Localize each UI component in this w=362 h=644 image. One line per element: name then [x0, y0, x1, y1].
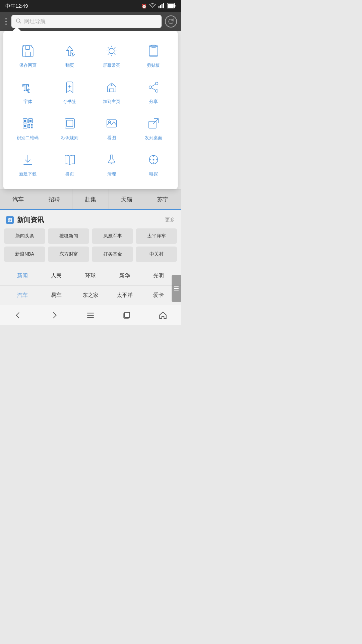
home-button[interactable] [145, 305, 181, 325]
menu-item-clean[interactable]: 清理 [90, 146, 132, 182]
menu-label-ad-rule: 标识规则 [61, 135, 78, 141]
menu-dots-button[interactable] [4, 17, 8, 26]
qrcode-icon [20, 115, 36, 131]
category-tab-4[interactable]: 苏宁 [145, 190, 181, 209]
battery-icon [167, 3, 176, 9]
menu-item-to-desktop[interactable]: 发到桌面 [132, 110, 174, 146]
dropdown-menu-panel: 保存网页 翻页 屏幕常亮 剪贴板 T t [3, 31, 178, 189]
news-button-7[interactable]: 中关村 [136, 247, 177, 262]
svg-point-39 [155, 90, 158, 92]
menu-label-clean: 清理 [107, 171, 116, 177]
news-button-5[interactable]: 东方财富 [48, 247, 89, 262]
svg-line-41 [152, 88, 155, 90]
status-bar: 中午12:49 ⏰ [0, 0, 181, 12]
forward-button[interactable] [36, 305, 72, 325]
menu-item-sniff[interactable]: 嗅探 [132, 146, 174, 182]
link-item-0-1[interactable]: 人民 [40, 270, 74, 281]
svg-rect-4 [163, 3, 164, 8]
link-item-1-4[interactable]: 爱卡 [141, 290, 176, 301]
link-item-0-4[interactable]: 光明 [141, 270, 176, 281]
link-item-0-0[interactable]: 新闻 [5, 270, 40, 281]
svg-rect-50 [28, 127, 30, 128]
back-button[interactable] [0, 305, 36, 325]
svg-line-21 [108, 47, 109, 49]
status-icons: ⏰ [141, 3, 176, 10]
menu-label-clipboard: 剪贴板 [147, 62, 160, 68]
menu-item-bookmark[interactable]: 存书签 [49, 74, 90, 110]
news-more-link[interactable]: 更多 [165, 217, 175, 223]
status-time: 中午12:49 [5, 3, 28, 9]
news-button-0[interactable]: 新闻头条 [4, 228, 45, 244]
menu-label-view-image: 看图 [107, 135, 116, 141]
download-icon [20, 152, 36, 168]
svg-line-40 [152, 84, 155, 86]
svg-rect-34 [109, 89, 114, 92]
news-header: 图 新闻资讯 更多 [0, 210, 181, 228]
svg-rect-53 [66, 120, 73, 127]
svg-rect-56 [148, 121, 156, 128]
menu-item-new-download[interactable]: 新建下载 [7, 146, 49, 182]
svg-rect-1 [159, 6, 160, 8]
menu-label-screen-on: 屏幕常亮 [103, 62, 120, 68]
svg-rect-25 [149, 47, 158, 56]
category-tab-1[interactable]: 招聘 [36, 190, 72, 209]
svg-point-16 [109, 48, 114, 54]
svg-rect-11 [25, 52, 31, 56]
bottom-nav [0, 305, 181, 325]
news-button-4[interactable]: 新浪NBA [4, 247, 45, 262]
menu-label-qrcode: 识别二维码 [17, 135, 39, 141]
scroll-indicator[interactable] [172, 275, 181, 302]
menu-item-flip-page[interactable]: 翻页 [49, 38, 90, 74]
menu-item-save-page[interactable]: 保存网页 [7, 38, 49, 74]
news-section-icon: 图 [6, 216, 14, 224]
menu-item-qrcode[interactable]: 识别二维码 [7, 110, 49, 146]
sun-icon [104, 43, 120, 59]
link-item-1-3[interactable]: 太平洋 [108, 290, 142, 301]
news-button-3[interactable]: 太平洋车 [136, 228, 177, 244]
clipboard-icon [145, 43, 162, 59]
svg-rect-46 [29, 120, 31, 122]
category-tab-2[interactable]: 赶集 [72, 190, 109, 209]
svg-line-24 [108, 53, 109, 55]
news-button-6[interactable]: 好买基金 [92, 247, 133, 262]
svg-rect-3 [162, 4, 163, 8]
search-box[interactable]: 网址导航 [11, 15, 162, 28]
ad-rule-icon [62, 115, 78, 131]
alarm-icon: ⏰ [141, 4, 147, 9]
category-tab-3[interactable]: 天猫 [109, 190, 145, 209]
menu-label-add-home: 加到主页 [103, 99, 120, 105]
menu-item-font[interactable]: T t 字体 [7, 74, 49, 110]
svg-rect-45 [24, 120, 26, 122]
link-item-0-3[interactable]: 新华 [108, 270, 142, 281]
svg-rect-47 [24, 125, 26, 127]
news-button-1[interactable]: 搜狐新闻 [48, 228, 89, 244]
link-item-1-2[interactable]: 东之家 [73, 290, 108, 301]
reload-button[interactable] [165, 15, 177, 28]
wifi-icon [149, 3, 156, 10]
font-icon: T t [20, 79, 36, 95]
svg-line-9 [19, 22, 21, 23]
tabs-button[interactable] [109, 305, 145, 325]
menu-item-view-image[interactable]: 看图 [90, 110, 132, 146]
svg-point-32 [69, 87, 70, 87]
menu-item-combine-page[interactable]: 拼页 [49, 146, 90, 182]
menu-button[interactable] [72, 305, 109, 325]
category-tab-0[interactable]: 汽车 [0, 190, 36, 209]
menu-item-screen-on[interactable]: 屏幕常亮 [90, 38, 132, 74]
svg-point-8 [16, 19, 20, 22]
menu-item-ad-rule[interactable]: 标识规则 [49, 110, 90, 146]
menu-item-share[interactable]: 分享 [132, 74, 174, 110]
svg-line-23 [114, 47, 115, 49]
link-item-1-0[interactable]: 汽车 [5, 290, 40, 301]
link-item-0-2[interactable]: 环球 [73, 270, 108, 281]
svg-rect-48 [28, 124, 30, 126]
svg-rect-49 [31, 124, 33, 126]
menu-item-clipboard[interactable]: 剪贴板 [132, 38, 174, 74]
menu-label-flip-page: 翻页 [65, 62, 74, 68]
svg-rect-72 [125, 312, 130, 317]
news-button-2[interactable]: 凤凰军事 [92, 228, 133, 244]
menu-grid: 保存网页 翻页 屏幕常亮 剪贴板 T t [7, 38, 174, 182]
menu-item-add-home[interactable]: 加到主页 [90, 74, 132, 110]
menu-label-font: 字体 [23, 99, 32, 105]
link-item-1-1[interactable]: 易车 [40, 290, 74, 301]
